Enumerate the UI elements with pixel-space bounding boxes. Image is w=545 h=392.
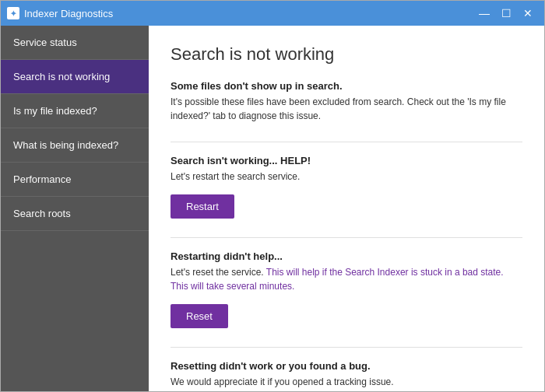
section-text-files: It's possible these files have been excl… xyxy=(171,95,522,123)
sidebar-item-service-status[interactable]: Service status xyxy=(1,26,149,60)
section-text-help: Let's restart the search service. xyxy=(171,170,522,184)
divider-3 xyxy=(171,347,522,348)
reset-button[interactable]: Reset xyxy=(171,304,228,328)
main-panel: Search is not working Some files don't s… xyxy=(149,26,544,391)
sidebar-item-search-not-working[interactable]: Search is not working xyxy=(1,60,149,94)
find-my-files-link[interactable]: Find My Files xyxy=(308,390,363,391)
sidebar-item-is-file-indexed[interactable]: Is my file indexed? xyxy=(1,94,149,128)
page-title: Search is not working xyxy=(171,44,522,65)
section-heading-files: Some files don't show up in search. xyxy=(171,80,522,92)
sidebar-item-search-roots[interactable]: Search roots xyxy=(1,197,149,231)
section-heading-restarting: Restarting didn't help... xyxy=(171,250,522,262)
section-text-restarting: Let's reset the service. This will help … xyxy=(171,265,522,293)
section-search-help: Search isn't working... HELP! Let's rest… xyxy=(171,155,522,219)
section-text-resetting: We would appreciate it if you opened a t… xyxy=(171,375,522,391)
restart-button[interactable]: Restart xyxy=(171,194,234,219)
title-bar: ✦ Indexer Diagnostics — ☐ ✕ xyxy=(1,1,544,26)
app-icon: ✦ xyxy=(7,7,19,19)
section-files-not-showing: Some files don't show up in search. It's… xyxy=(171,80,522,123)
close-button[interactable]: ✕ xyxy=(518,5,538,22)
minimize-button[interactable]: — xyxy=(474,5,494,22)
divider-1 xyxy=(171,142,522,142)
maximize-button[interactable]: ☐ xyxy=(496,5,516,22)
section-restarting-didnt-help: Restarting didn't help... Let's reset th… xyxy=(171,250,522,328)
section-heading-resetting: Resetting didn't work or you found a bug… xyxy=(171,360,522,372)
sidebar-item-performance[interactable]: Performance xyxy=(1,163,149,197)
section-heading-help: Search isn't working... HELP! xyxy=(171,155,522,166)
section-resetting-didnt-work: Resetting didn't work or you found a bug… xyxy=(171,360,522,391)
window-title: Indexer Diagnostics xyxy=(24,8,474,19)
sidebar-item-what-being-indexed[interactable]: What is being indexed? xyxy=(1,128,149,163)
window-controls: — ☐ ✕ xyxy=(474,5,538,22)
divider-2 xyxy=(171,237,522,238)
sidebar: Service status Search is not working Is … xyxy=(1,26,149,391)
app-window: ✦ Indexer Diagnostics — ☐ ✕ Service stat… xyxy=(0,0,545,392)
content-area: Service status Search is not working Is … xyxy=(1,26,544,391)
